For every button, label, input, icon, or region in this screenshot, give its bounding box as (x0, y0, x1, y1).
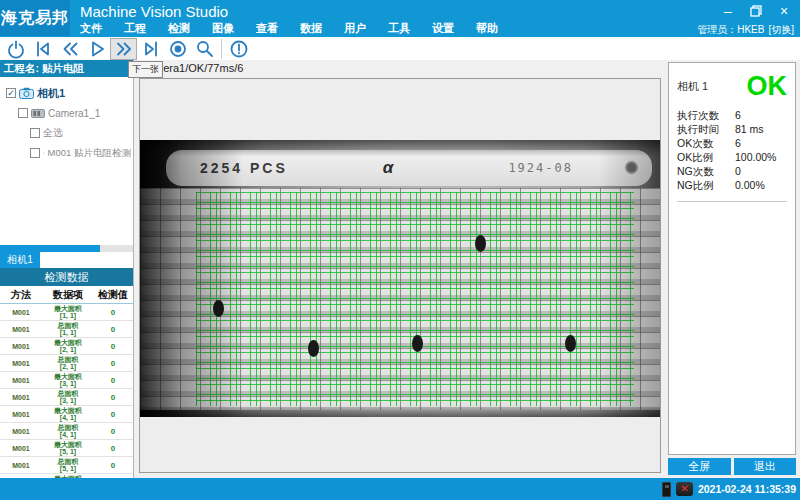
table-row[interactable]: M001 最大面积 [2, 1] 0 (0, 338, 133, 355)
method-cell: M001 (0, 428, 42, 435)
table-row[interactable]: M001 最大面积 [4, 1] 0 (0, 406, 133, 423)
camera-icon (19, 87, 34, 99)
tree-item-select-all[interactable]: 全选 (2, 123, 131, 143)
table-row[interactable]: M001 最大面积 [5, 1] 0 (0, 440, 133, 457)
table-row[interactable]: M001 最大面积 [1, 1] 0 (0, 304, 133, 321)
tree-item-module[interactable]: M001 贴片电阻检测 (2, 143, 131, 163)
info-button[interactable] (225, 38, 252, 60)
detection-boxes-overlay (196, 192, 634, 406)
stats-panel: 相机 1 OK 执行次数 6 执行时间 81 ms OK次数 6 OK比例 10… (668, 62, 796, 455)
table-row[interactable]: M001 最大面积 [3, 1] 0 (0, 372, 133, 389)
zoom-button[interactable] (191, 38, 218, 60)
item-index: [3, 1] (42, 397, 94, 404)
app-title: Machine Vision Studio (80, 3, 228, 20)
checkbox-checked[interactable]: ✓ (6, 88, 16, 98)
table-row[interactable]: M001 总面积 [3, 1] 0 (0, 389, 133, 406)
checkbox-unchecked[interactable] (30, 128, 40, 138)
item-name: 最大面积 (42, 373, 94, 380)
horizontal-scrollbar[interactable] (0, 245, 133, 252)
info-icon (229, 39, 249, 59)
item-name: 最大面积 (42, 441, 94, 448)
minimize-button[interactable]: – (718, 2, 738, 20)
item-name: 最大面积 (42, 339, 94, 346)
table-row[interactable]: M001 总面积 [1, 1] 0 (0, 321, 133, 338)
method-cell: M001 (0, 411, 42, 418)
table-row[interactable]: M001 总面积 [4, 1] 0 (0, 423, 133, 440)
gear-icon (43, 147, 45, 159)
tree-item-camera-device[interactable]: Camera1_1 (2, 103, 131, 123)
checkbox-unchecked[interactable] (18, 108, 28, 118)
prev-image-button[interactable] (56, 38, 83, 60)
item-index: [5, 1] (42, 448, 94, 455)
title-bar: 海克易邦 Machine Vision Studio – × 文件工程检测图像查… (0, 0, 800, 36)
method-cell: M001 (0, 394, 42, 401)
run-button[interactable] (83, 38, 110, 60)
empty-pocket (565, 335, 576, 352)
tray-logo-mark: α (383, 158, 394, 178)
menu-item-5[interactable]: 数据 (300, 21, 322, 36)
power-icon (6, 39, 26, 59)
panel-buttons: 全屏 退出 (668, 458, 796, 475)
tray-hole (625, 161, 638, 174)
toolbar (0, 36, 800, 60)
item-cell: 最大面积 [1, 1] (42, 305, 94, 319)
restore-icon (750, 5, 762, 17)
prev-image-icon (60, 39, 80, 59)
method-cell: M001 (0, 462, 42, 469)
value-cell: 0 (94, 461, 132, 470)
menu-item-6[interactable]: 用户 (344, 21, 366, 36)
menu-item-9[interactable]: 帮助 (476, 21, 498, 36)
value-cell: 0 (94, 410, 132, 419)
empty-pocket (412, 335, 423, 352)
scrollbar-thumb[interactable] (0, 245, 100, 252)
last-image-icon (141, 39, 161, 59)
method-cell: M001 (0, 343, 42, 350)
menu-item-7[interactable]: 工具 (388, 21, 410, 36)
run-icon (87, 39, 107, 59)
stat-label: 执行次数 (677, 109, 735, 123)
menu-item-4[interactable]: 查看 (256, 21, 278, 36)
item-name: 总面积 (42, 356, 94, 363)
column-item: 数据项 (42, 288, 94, 302)
menu-item-1[interactable]: 工程 (124, 21, 146, 36)
menu-item-8[interactable]: 设置 (432, 21, 454, 36)
item-index: [2, 1] (42, 346, 94, 353)
value-cell: 0 (94, 359, 132, 368)
status-right-zone: ✕ 2021-02-24 11:35:39 (662, 478, 798, 500)
tree-label: 相机1 (37, 86, 65, 101)
first-image-button[interactable] (29, 38, 56, 60)
item-index: [4, 1] (42, 431, 94, 438)
checkbox-unchecked[interactable] (30, 148, 40, 158)
fullscreen-button[interactable]: 全屏 (668, 458, 731, 475)
item-name: 最大面积 (42, 407, 94, 414)
menu-item-2[interactable]: 检测 (168, 21, 190, 36)
capture-button[interactable] (164, 38, 191, 60)
exit-button[interactable]: 退出 (734, 458, 797, 475)
restore-button[interactable] (746, 2, 766, 20)
result-badge: OK (747, 73, 788, 99)
method-cell: M001 (0, 326, 42, 333)
table-row[interactable]: M001 总面积 [5, 1] 0 (0, 457, 133, 474)
project-panel: 工程名: 贴片电阻 ✓ 相机1 Camera1_1 全选 (0, 60, 134, 480)
menu-item-3[interactable]: 图像 (212, 21, 234, 36)
stats-camera-label: 相机 1 (677, 79, 708, 94)
last-image-button[interactable] (137, 38, 164, 60)
switch-user-link[interactable]: [切换] (768, 23, 794, 37)
camera1-tab[interactable]: 相机1 (0, 252, 40, 268)
value-cell: 0 (94, 444, 132, 453)
device-icon (31, 109, 45, 118)
table-row[interactable]: M001 总面积 [2, 1] 0 (0, 355, 133, 372)
item-cell: 总面积 [2, 1] (42, 356, 94, 370)
next-image-button[interactable] (110, 38, 137, 60)
tree-item-camera-group[interactable]: ✓ 相机1 (2, 83, 131, 103)
item-name: 总面积 (42, 322, 94, 329)
close-button[interactable]: × (774, 2, 794, 20)
stat-row: OK次数 6 (677, 137, 787, 151)
item-name: 总面积 (42, 424, 94, 431)
image-viewer[interactable]: 2254 PCS α 1924-08 (139, 78, 661, 473)
menu-item-0[interactable]: 文件 (80, 21, 102, 36)
power-button[interactable] (2, 38, 29, 60)
tree-label: M001 贴片电阻检测 (48, 147, 131, 160)
item-name: 总面积 (42, 390, 94, 397)
device-status-icon (662, 482, 671, 497)
